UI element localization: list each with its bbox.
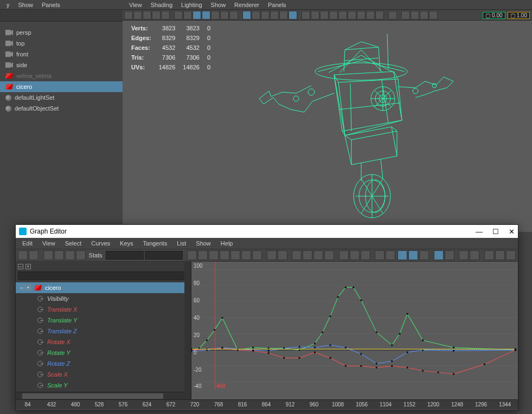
ge-menu-keys[interactable]: Keys [116, 239, 137, 248]
maximize-button[interactable]: ☐ [492, 228, 499, 236]
dag-only-toggle[interactable]: – [18, 264, 23, 269]
graph-editor-titlebar[interactable]: Graph Editor — ☐ ✕ [16, 225, 518, 238]
vp-default-material-icon[interactable] [329, 11, 338, 20]
vp-resolution-gate-icon[interactable] [193, 11, 201, 20]
vp-imageplane-icon[interactable] [143, 11, 151, 20]
vp-film-gate-icon[interactable] [183, 11, 192, 20]
vp-two-h-icon[interactable] [420, 11, 428, 20]
channel-scale-x[interactable]: Scale X [16, 369, 191, 380]
ge-menu-help[interactable]: Help [216, 239, 238, 248]
exposure-readout[interactable]: ▢ 0.00 [483, 12, 505, 19]
ge-menu-edit[interactable]: Edit [18, 239, 37, 248]
time-ruler[interactable]: 8443248052857662467272076881686491296010… [16, 399, 518, 409]
ge-menu-tangents[interactable]: Tangents [139, 239, 172, 248]
vp-menu-view[interactable]: View [125, 1, 146, 9]
vp-menu-shading[interactable]: Shading [146, 1, 177, 9]
vp-2dpan-icon[interactable] [152, 11, 161, 20]
ge-flat-tangent-icon[interactable] [220, 250, 229, 260]
outliner-item-defaultlightset[interactable]: defaultLightSet [0, 92, 123, 103]
vp-gate-mask-icon[interactable] [202, 11, 210, 20]
ge-renormalize-icon[interactable] [506, 250, 516, 260]
ge-timesnap-icon[interactable] [398, 250, 407, 260]
ge-buffer-snapshot-icon[interactable] [278, 250, 287, 260]
ge-break-tangent-icon[interactable] [292, 250, 302, 260]
vp-four-icon[interactable] [411, 11, 419, 20]
vp-field-chart-icon[interactable] [211, 11, 220, 20]
vp-two-v-icon[interactable] [429, 11, 438, 20]
ge-move-nearest-icon[interactable] [18, 250, 28, 260]
vp-smoothshade-icon[interactable] [252, 11, 260, 20]
ge-normalize-icon[interactable] [484, 250, 494, 260]
outliner-item-velma[interactable]: velma_velma [0, 70, 123, 81]
ge-menu-show[interactable]: Show [191, 239, 215, 248]
ge-menu-select[interactable]: Select [61, 239, 86, 248]
channel-rotate-y[interactable]: Rotate Y [16, 347, 191, 358]
outliner-item-side[interactable]: side [0, 60, 123, 70]
ge-region-icon[interactable] [54, 250, 64, 260]
ge-autoload-icon[interactable] [434, 250, 444, 260]
vp-grease-icon[interactable] [161, 11, 170, 20]
channel-translate-z[interactable]: Translate Z [16, 326, 191, 337]
vp-select-camera-icon[interactable] [124, 11, 133, 20]
ge-unify-tangent-icon[interactable] [303, 250, 312, 260]
outliner-menu-y[interactable]: y [2, 1, 14, 9]
vp-textured-icon[interactable] [261, 11, 270, 20]
ge-auto-tangent-icon[interactable] [252, 250, 262, 260]
ge-smoothing-icon[interactable] [76, 250, 86, 260]
vp-ssao-icon[interactable] [357, 11, 366, 20]
viewport-panel[interactable]: ▢ 0.00 ▢ 1.00 Verts:382338230 Edges:8329… [123, 10, 532, 232]
outliner-item-front[interactable]: front [0, 49, 123, 60]
ge-lattice-icon[interactable] [43, 250, 53, 260]
collapse-icon[interactable]: – [19, 285, 24, 290]
channel-rotate-x[interactable]: Rotate X [16, 337, 191, 347]
ge-load-icon[interactable] [445, 250, 454, 260]
vp-xray-active-icon[interactable] [320, 11, 329, 20]
ge-buffer-swap-icon[interactable] [267, 250, 277, 260]
shapes-toggle[interactable]: + [25, 264, 31, 269]
channel-visibility[interactable]: Visibility [16, 293, 191, 304]
channel-translate-x[interactable]: Translate X [16, 304, 191, 315]
outliner-item-persp[interactable]: persp [0, 27, 123, 38]
channel-rotate-z[interactable]: Rotate Z [16, 358, 191, 369]
expand-icon[interactable]: + [25, 285, 31, 290]
channel-translate-y[interactable]: Translate Y [16, 315, 191, 326]
vp-dof-icon[interactable] [375, 11, 384, 20]
close-button[interactable]: ✕ [509, 228, 515, 236]
vp-shadows-icon[interactable] [279, 11, 288, 20]
outliner-item-defaultobjectset[interactable]: defaultObjectSet [0, 103, 123, 114]
channel-scrollbar-v[interactable] [184, 262, 191, 399]
ge-menu-curves[interactable]: Curves [87, 239, 114, 248]
outliner-item-cicero[interactable]: cicero [0, 81, 123, 92]
stats-frame-field[interactable] [106, 251, 144, 260]
ge-step-tangent-icon[interactable] [230, 250, 240, 260]
ge-menu-list[interactable]: List [172, 239, 190, 248]
vp-bookmark-icon[interactable] [133, 11, 142, 20]
ge-preinfinity-icon[interactable] [375, 250, 384, 260]
vp-motion-blur-icon[interactable] [348, 11, 356, 20]
vp-safe-action-icon[interactable] [220, 11, 229, 20]
ge-isolate-curve-icon[interactable] [339, 250, 349, 260]
channel-scale-y[interactable]: Scale Y [16, 380, 191, 391]
ge-free-length-icon[interactable] [313, 250, 323, 260]
channel-scrollbar-h[interactable] [16, 392, 191, 399]
ge-insert-keys-icon[interactable] [29, 250, 39, 260]
vp-xray-icon[interactable] [302, 11, 310, 20]
ge-retime-icon[interactable] [65, 250, 75, 260]
ge-valuesnap-icon[interactable] [408, 250, 418, 260]
ge-open-dopesheet-icon[interactable] [459, 250, 469, 260]
ge-clamped-tangent-icon[interactable] [198, 250, 208, 260]
ge-spline-tangent-icon[interactable] [187, 250, 197, 260]
ge-lock-length-icon[interactable] [324, 250, 334, 260]
outliner-menu-panels[interactable]: Panels [37, 1, 65, 9]
ge-plateau-tangent-icon[interactable] [241, 250, 251, 260]
gamma-readout[interactable]: ▢ 1.00 [508, 12, 530, 19]
vp-menu-show[interactable]: Show [207, 1, 230, 9]
stats-value-field[interactable] [145, 251, 183, 260]
vp-menu-lighting[interactable]: Lighting [177, 1, 207, 9]
vp-safe-title-icon[interactable] [229, 11, 238, 20]
vp-menu-renderer[interactable]: Renderer [230, 1, 264, 9]
vp-xray-joints-icon[interactable] [311, 11, 319, 20]
vp-isolate-select-icon[interactable] [388, 11, 397, 20]
ge-linear-tangent-icon[interactable] [209, 250, 219, 260]
ge-open-trax-icon[interactable] [470, 250, 479, 260]
